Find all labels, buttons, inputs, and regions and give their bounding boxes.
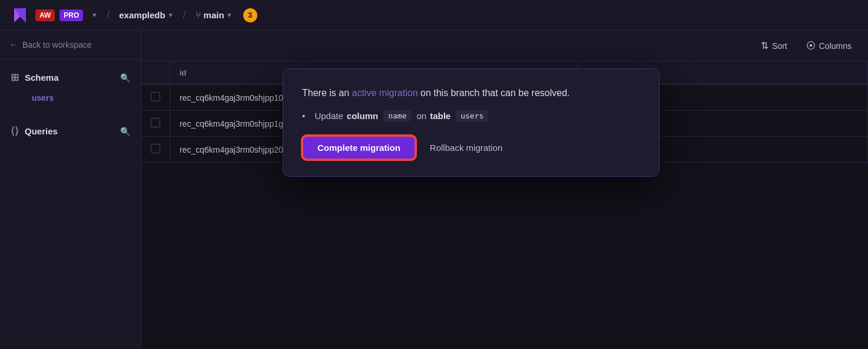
popup-migration-list: Update column name on table users [302,110,640,121]
table-bold-label: table [430,111,450,121]
nav-separator-1: / [107,9,110,21]
rollback-migration-button[interactable]: Rollback migration [430,143,502,153]
branch-dropdown[interactable]: ⑂ main ▼ [192,8,236,23]
chevron-down-icon: ▼ [91,12,97,18]
branch-icon: ⑂ [196,10,201,21]
column-bold-label: column [347,111,378,121]
migration-count-badge[interactable]: 3 [243,8,257,22]
branch-name-label: main [204,10,224,20]
popup-overlay: There is an active migration on this bra… [0,31,868,349]
active-migration-highlight: active migration [352,88,418,98]
app-logo [9,5,31,26]
db-dropdown[interactable]: exampledb ▼ [115,8,177,22]
main-layout: ← Back to workspace ⊞ Schema 🔍 users ⟨⟩ … [0,31,868,349]
chevron-down-icon: ▼ [168,12,174,18]
table-name-tag: users [456,110,488,121]
pro-dropdown[interactable]: ▼ [88,9,101,21]
popup-title: There is an active migration on this bra… [302,85,640,101]
user-initials-badge: AW [35,9,55,21]
popup-actions: Complete migration Rollback migration [302,136,640,160]
chevron-down-icon: ▼ [227,12,233,18]
migration-popup: There is an active migration on this bra… [283,68,660,177]
complete-migration-button[interactable]: Complete migration [302,136,416,160]
nav-separator-2: / [183,9,186,21]
popup-list-item: Update column name on table users [302,110,640,121]
top-navigation: AW PRO ▼ / exampledb ▼ / ⑂ main ▼ 3 [0,0,868,31]
db-name-label: exampledb [119,10,165,20]
pro-badge: PRO [59,9,83,21]
column-name-tag: name [383,110,411,121]
